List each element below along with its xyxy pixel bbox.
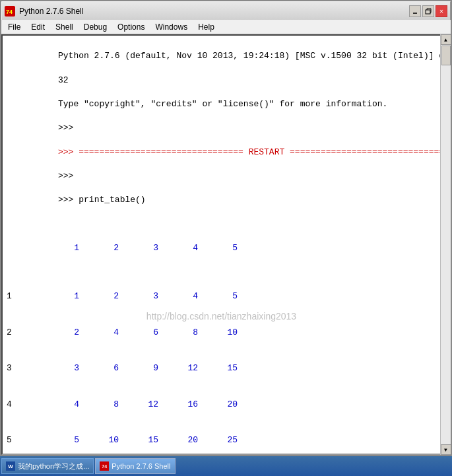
menu-debug[interactable]: Debug <box>79 21 112 33</box>
scroll-down-button[interactable]: ▼ <box>441 444 451 455</box>
scroll-track[interactable] <box>441 45 451 444</box>
menu-edit[interactable]: Edit <box>26 21 50 33</box>
title-bar: 74 Python 2.7.6 Shell <box>1 1 451 20</box>
vertical-scrollbar[interactable]: ▲ ▼ <box>440 34 451 455</box>
menu-help[interactable]: Help <box>193 21 220 33</box>
output-prompt2: >>> <box>58 171 79 181</box>
taskbar-item-word-label: 我的python学习之成... <box>18 461 89 471</box>
window-title: Python 2.7.6 Shell <box>19 7 83 16</box>
word-icon: W <box>6 461 15 471</box>
menu-options[interactable]: Options <box>112 21 150 33</box>
output-line3: Type "copyright", "credits" or "license(… <box>58 99 387 109</box>
output-prompt1: >>> <box>58 123 79 133</box>
close-button[interactable]: ✕ <box>436 5 447 17</box>
menu-shell[interactable]: Shell <box>50 21 79 33</box>
table-row: 1 1 2 3 4 5 <box>7 290 436 302</box>
main-window: 74 Python 2.7.6 Shell <box>0 0 452 456</box>
svg-text:74: 74 <box>6 9 13 15</box>
shell-content[interactable]: Python 2.7.6 (default, Nov 10 2013, 19:2… <box>1 34 440 455</box>
menu-windows[interactable]: Windows <box>150 21 193 33</box>
maximize-button[interactable] <box>422 5 434 17</box>
output-command: >>> print_table() <box>58 195 146 205</box>
output-line2: 32 <box>58 75 69 85</box>
minimize-button[interactable] <box>409 5 421 17</box>
menu-bar: File Edit Shell Debug Options Windows He… <box>1 20 451 34</box>
table-row: 3 3 6 9 12 15 <box>7 362 436 374</box>
python-taskbar-icon: 74 <box>100 461 109 471</box>
table-header-row: 1 2 3 4 5 <box>7 242 436 254</box>
taskbar-item-word[interactable]: W 我的python学习之成... <box>1 458 94 474</box>
taskbar-item-python-label: Python 2.7.6 Shell <box>112 462 170 470</box>
application-window: 74 Python 2.7.6 Shell <box>0 0 452 476</box>
svg-rect-3 <box>426 10 430 14</box>
scroll-thumb[interactable] <box>441 46 451 65</box>
output-line1: Python 2.7.6 (default, Nov 10 2013, 19:2… <box>58 51 440 61</box>
scroll-up-button[interactable]: ▲ <box>441 34 451 45</box>
output-restart: >>> ================================ RES… <box>58 147 440 157</box>
shell-scroll-area: Python 2.7.6 (default, Nov 10 2013, 19:2… <box>1 34 451 455</box>
table-row: 2 2 4 6 8 10 <box>7 327 436 339</box>
table-row: 5 5 10 15 20 25 <box>7 434 436 446</box>
title-buttons: ✕ <box>409 5 447 17</box>
shell-output: Python 2.7.6 (default, Nov 10 2013, 19:2… <box>3 36 440 455</box>
taskbar: W 我的python学习之成... 74 Python 2.7.6 Shell <box>0 456 452 476</box>
taskbar-item-python[interactable]: 74 Python 2.7.6 Shell <box>95 458 175 474</box>
python-icon: 74 <box>5 6 15 17</box>
menu-file[interactable]: File <box>3 21 26 33</box>
title-bar-left: 74 Python 2.7.6 Shell <box>5 6 83 17</box>
table-row: 4 4 8 12 16 20 <box>7 399 436 411</box>
